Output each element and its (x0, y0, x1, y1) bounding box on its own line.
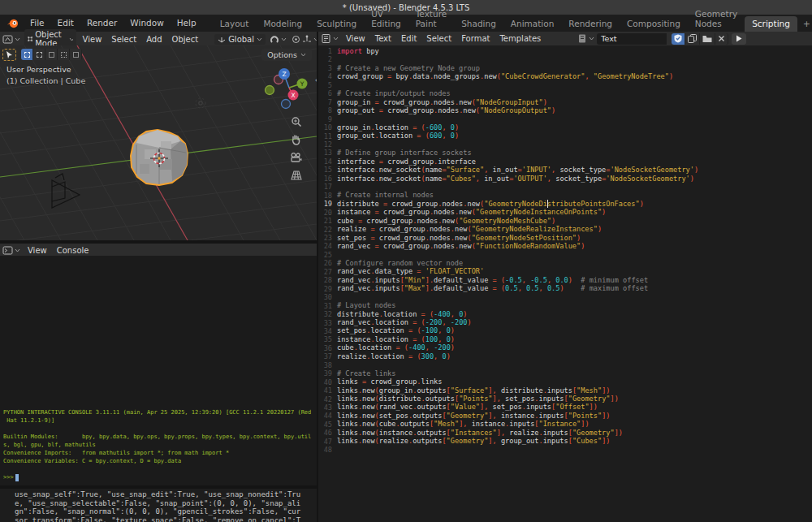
code-line[interactable]: links.new(set_pos.outputs["Geometry"], i… (337, 412, 698, 420)
code-line[interactable] (337, 293, 698, 301)
select-mode-invert[interactable] (58, 49, 70, 60)
code-line[interactable]: links.new(realize.outputs["Geometry"], g… (337, 437, 698, 445)
snap-toggle-button[interactable] (267, 34, 289, 45)
code-line[interactable]: set_pos = crowd_group.nodes.new("Geometr… (337, 234, 698, 242)
code-line[interactable]: links = crowd_group.links (337, 377, 698, 386)
viewport-canvas[interactable]: Z Y X (0, 45, 317, 240)
code-line[interactable]: group_in.location = (-600, 0) (337, 123, 698, 132)
console-menu-item[interactable]: Console (52, 246, 94, 255)
code-line[interactable]: # Create links (337, 369, 698, 377)
code-line[interactable]: links.new(instance.outputs["Instances"],… (337, 429, 698, 437)
topbar-menu-item[interactable]: Help (171, 15, 203, 32)
code-line[interactable] (337, 183, 698, 191)
viewport-menu-item[interactable]: Add (141, 35, 166, 44)
code-line[interactable]: # Define group interface sockets (337, 149, 698, 157)
orientation-dropdown[interactable]: Global (214, 34, 266, 45)
code-area[interactable]: 1234567891011121314151617181920212223242… (318, 45, 812, 522)
code-line[interactable]: group_out = crowd_group.nodes.new("NodeG… (337, 106, 698, 114)
code-line[interactable]: # Layout nodes (337, 301, 698, 309)
editor-type-button[interactable] (0, 245, 23, 256)
code-line[interactable]: # Create internal nodes (337, 191, 698, 199)
fake-user-toggle[interactable] (672, 33, 685, 45)
code-line[interactable] (337, 360, 698, 369)
add-workspace-button[interactable]: + (797, 16, 812, 31)
code-line[interactable]: # Create a new Geometry Node group (337, 64, 698, 72)
code-line[interactable] (337, 446, 698, 454)
code-line[interactable]: rand_vec.inputs["Max"].default_value = (… (337, 284, 698, 292)
select-mode-set[interactable] (21, 49, 33, 60)
viewport-menu-item[interactable]: Object (167, 35, 204, 44)
active-tool-button[interactable] (2, 49, 16, 61)
code-line[interactable]: interface = crowd_group.interface (337, 157, 698, 166)
open-text-button[interactable] (700, 33, 715, 45)
workspace-tab-texture-paint[interactable]: Texture Paint (408, 6, 454, 32)
perspective-toggle-icon[interactable] (290, 169, 302, 181)
code-line[interactable] (337, 115, 698, 123)
workspace-tab-scripting[interactable]: Scripting (745, 16, 797, 32)
workspace-tab-compositing[interactable]: Compositing (620, 16, 688, 32)
workspace-tab-layout[interactable]: Layout (213, 16, 257, 32)
code-line[interactable]: links.new(cube.outputs["Mesh"], instance… (337, 420, 698, 428)
text-editor-menu-item[interactable]: View (341, 34, 370, 43)
new-text-button[interactable] (685, 33, 700, 45)
code-line[interactable]: rand_vec.data_type = 'FLOAT_VECTOR' (337, 267, 698, 275)
code-line[interactable]: interface.new_socket(name="Surface", in_… (337, 166, 698, 174)
unlink-text-button[interactable] (715, 33, 728, 45)
code-line[interactable]: crowd_group = bpy.data.node_groups.new("… (337, 72, 698, 80)
workspace-tab-rendering[interactable]: Rendering (561, 16, 620, 32)
run-script-button[interactable] (732, 33, 746, 45)
topbar-menu-item[interactable]: Window (123, 15, 170, 32)
code-line[interactable]: rand_vec.inputs["Min"].default_value = (… (337, 276, 698, 284)
editor-type-button[interactable] (318, 33, 341, 44)
code-line[interactable]: realize.location = (300, 0) (337, 352, 698, 360)
code-line[interactable]: # Create input/output nodes (337, 89, 698, 97)
code-line[interactable] (337, 81, 698, 89)
code-line[interactable]: cube.location = (-400, -200) (337, 343, 698, 352)
light-object[interactable] (196, 98, 205, 108)
workspace-tab-geometry-nodes[interactable]: Geometry Nodes (688, 6, 745, 32)
select-mode-intersect[interactable] (70, 49, 82, 60)
workspace-tab-sculpting[interactable]: Sculpting (309, 16, 364, 32)
code-line[interactable]: links.new(group_in.outputs["Surface"], d… (337, 386, 698, 395)
code-line[interactable]: links.new(rand_vec.outputs["Value"], set… (337, 403, 698, 411)
select-mode-subtract[interactable] (45, 49, 58, 60)
gizmo-axis-neg-y[interactable] (266, 86, 274, 95)
select-mode-extend[interactable] (33, 49, 45, 60)
datablock-name-field[interactable]: Text (597, 33, 667, 45)
code-line[interactable]: group_in = crowd_group.nodes.new("NodeGr… (337, 98, 698, 106)
workspace-tab-uv-editing[interactable]: UV Editing (364, 6, 408, 32)
code-line[interactable]: instance = crowd_group.nodes.new("Geomet… (337, 208, 698, 216)
text-editor-menu-item[interactable]: Format (456, 34, 495, 43)
text-editor-menu-item[interactable]: Edit (396, 34, 421, 43)
code-line[interactable]: realize = crowd_group.nodes.new("Geometr… (337, 225, 698, 233)
code-line[interactable]: set_pos.location = (-100, 0) (337, 326, 698, 334)
code-line[interactable]: rand_vec.location = (-200, -200) (337, 318, 698, 326)
text-editor-menu-item[interactable]: Templates (495, 34, 546, 43)
console-menu-item[interactable]: View (23, 246, 52, 255)
text-editor-menu-item[interactable]: Text (370, 34, 396, 43)
code-line[interactable]: distribute = crowd_group.nodes.new("Geom… (337, 200, 698, 208)
datablock-browse-button[interactable] (575, 33, 597, 44)
code-line[interactable]: group_out.location = (600, 0) (337, 132, 698, 140)
code-line[interactable]: distribute.location = (-400, 0) (337, 310, 698, 318)
code-line[interactable]: rand_vec = crowd_group.nodes.new("Functi… (337, 242, 698, 250)
gizmo-axis-neg-z[interactable] (282, 100, 291, 109)
editor-type-button[interactable] (0, 34, 23, 45)
navigation-gizmo[interactable]: Z Y X (266, 68, 308, 109)
viewport-menu-item[interactable]: Select (106, 35, 141, 44)
code-line[interactable] (337, 140, 698, 149)
zoom-icon[interactable] (290, 115, 302, 127)
workspace-tab-shading[interactable]: Shading (454, 16, 503, 32)
console-body[interactable]: PYTHON INTERACTIVE CONSOLE 3.11.11 (main… (0, 256, 317, 485)
viewport-menu-item[interactable]: View (78, 35, 107, 44)
code-line[interactable]: # Configure random vector node (337, 259, 698, 267)
code-line[interactable]: import bpy (337, 47, 698, 55)
workspace-tab-modeling[interactable]: Modeling (256, 16, 309, 32)
workspace-tab-animation[interactable]: Animation (503, 16, 562, 32)
options-dropdown[interactable]: Options (261, 49, 312, 61)
code-line[interactable]: instance.location = (100, 0) (337, 335, 698, 343)
code-line[interactable]: interface.new_socket(name="Cubes", in_ou… (337, 175, 698, 183)
topbar-menu-item[interactable]: Render (80, 15, 123, 32)
code-line[interactable]: cube = crowd_group.nodes.new("GeometryNo… (337, 217, 698, 225)
code-line[interactable] (337, 55, 698, 63)
